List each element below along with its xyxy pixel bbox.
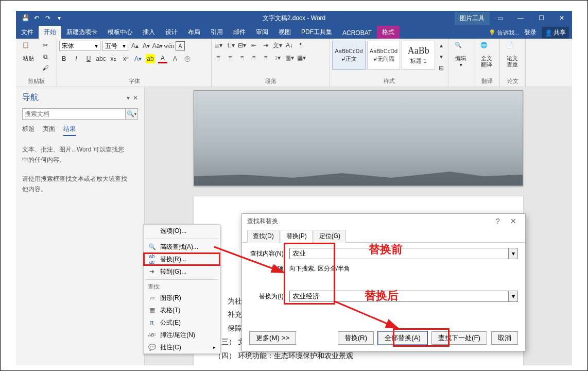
- nav-tab-headings[interactable]: 标题: [22, 125, 34, 136]
- menu-find-equations[interactable]: π公式(E): [144, 316, 220, 329]
- dialog-tab-replace[interactable]: 替换(P): [281, 230, 313, 243]
- tab-file[interactable]: 文件: [16, 26, 39, 39]
- bullets-icon[interactable]: ≣▾: [214, 41, 223, 50]
- highlight-icon[interactable]: ab: [146, 54, 155, 63]
- qat-dropdown-icon[interactable]: ▾: [55, 14, 63, 22]
- nav-tab-pages[interactable]: 页面: [43, 125, 55, 136]
- change-case-icon[interactable]: Aa▾: [153, 41, 162, 50]
- font-size-combo[interactable]: 五号▾: [102, 41, 128, 51]
- numbering-icon[interactable]: ⒈▾: [226, 41, 235, 50]
- close-icon[interactable]: ✕: [551, 11, 572, 25]
- maximize-icon[interactable]: ☐: [531, 11, 551, 25]
- redo-icon[interactable]: ↷: [44, 14, 52, 22]
- font-color-icon[interactable]: A: [158, 54, 167, 63]
- save-icon[interactable]: 💾: [21, 14, 29, 22]
- replace-all-button[interactable]: 全部替换(A): [378, 331, 427, 345]
- style-nospacing[interactable]: AaBbCcDd↲无间隔: [367, 41, 401, 70]
- tab-template[interactable]: 模板中心: [102, 26, 137, 39]
- align-justify-icon[interactable]: ≡: [249, 53, 258, 62]
- underline-button[interactable]: U: [84, 54, 93, 63]
- document-image[interactable]: [194, 90, 523, 186]
- share-button[interactable]: 👤共享: [542, 27, 569, 39]
- tab-home[interactable]: 开始: [39, 26, 61, 39]
- menu-options[interactable]: 选项(O)...: [144, 225, 220, 237]
- dialog-tab-find[interactable]: 查找(D): [247, 230, 280, 243]
- bold-button[interactable]: B: [59, 54, 68, 63]
- undo-icon[interactable]: ↶: [32, 14, 41, 22]
- find-input[interactable]: [289, 248, 509, 259]
- shrink-font-icon[interactable]: A▾: [142, 41, 151, 50]
- align-right-icon[interactable]: ≡: [237, 53, 247, 62]
- menu-advanced-find[interactable]: 🔍高级查找(A)...: [144, 241, 220, 253]
- menu-find-comments[interactable]: 💬批注(C)▸: [144, 341, 220, 353]
- login-button[interactable]: 登录: [521, 27, 540, 38]
- font-name-combo[interactable]: 宋体▾: [59, 41, 100, 51]
- style-heading1[interactable]: AaBb标题 1: [402, 41, 435, 70]
- editing-button[interactable]: 🔍编辑▾: [451, 41, 471, 69]
- cut-icon[interactable]: ✂: [41, 41, 50, 50]
- paste-button[interactable]: 📋 粘贴: [18, 41, 39, 62]
- strikethrough-icon[interactable]: abc: [96, 54, 106, 63]
- tab-format[interactable]: 格式: [377, 26, 400, 39]
- cancel-button[interactable]: 取消: [491, 331, 518, 345]
- char-shading-icon[interactable]: A: [170, 54, 180, 63]
- tell-me-input[interactable]: 💡告诉我...: [489, 29, 519, 37]
- tab-mailings[interactable]: 邮件: [228, 26, 251, 39]
- asian-layout-icon[interactable]: 文▾: [273, 41, 282, 50]
- styles-scroll-down-icon[interactable]: ▾: [437, 52, 446, 61]
- align-distribute-icon[interactable]: ≡: [261, 53, 270, 62]
- nav-tab-results[interactable]: 结果: [63, 125, 76, 136]
- menu-find-graphics[interactable]: ▱图形(R): [144, 292, 220, 304]
- tab-review[interactable]: 审阅: [251, 26, 273, 39]
- search-split-button[interactable]: 🔍▾: [126, 108, 138, 120]
- dialog-tab-goto[interactable]: 定位(G): [314, 230, 346, 243]
- align-left-icon[interactable]: ≡: [214, 53, 223, 62]
- char-border-icon[interactable]: A: [176, 41, 185, 50]
- text-effects-icon[interactable]: A▾: [133, 54, 143, 63]
- menu-find-tables[interactable]: ▦表格(T): [144, 304, 220, 316]
- tab-references[interactable]: 引用: [205, 26, 228, 39]
- grow-font-icon[interactable]: A▴: [130, 41, 140, 50]
- translate-button[interactable]: 🌐全文 翻译: [476, 41, 497, 69]
- format-painter-icon[interactable]: 🖌: [41, 63, 50, 73]
- menu-find-footnotes[interactable]: AB¹脚注/尾注(N): [144, 329, 220, 341]
- nav-dropdown-icon[interactable]: ▾: [127, 94, 130, 102]
- menu-goto[interactable]: ➜转到(G)...: [144, 265, 220, 278]
- tab-design[interactable]: 设计: [160, 26, 183, 39]
- shading-icon[interactable]: ▥▾: [285, 53, 294, 62]
- superscript-icon[interactable]: x²: [121, 54, 130, 63]
- multilevel-icon[interactable]: ⊟▾: [237, 41, 247, 50]
- dialog-help-icon[interactable]: ?: [491, 217, 505, 225]
- increase-indent-icon[interactable]: ⇥: [261, 41, 270, 50]
- replace-button[interactable]: 替换(R): [338, 331, 374, 345]
- align-center-icon[interactable]: ≡: [226, 53, 235, 62]
- tab-acrobat[interactable]: ACROBAT: [337, 27, 377, 39]
- show-marks-icon[interactable]: ¶: [297, 41, 306, 50]
- tab-pdf[interactable]: PDF工具集: [296, 26, 337, 39]
- sort-icon[interactable]: A↓: [285, 41, 294, 50]
- dialog-close-icon[interactable]: ✕: [507, 217, 520, 225]
- search-input[interactable]: [22, 108, 126, 120]
- find-input-dropdown-icon[interactable]: ▾: [509, 248, 518, 259]
- style-normal[interactable]: AaBbCcDd↲正文: [332, 41, 366, 70]
- styles-scroll-up-icon[interactable]: ▴: [437, 41, 446, 50]
- thesis-check-button[interactable]: 📄论文 查重: [502, 41, 523, 69]
- ribbon-display-icon[interactable]: ▭: [490, 11, 510, 25]
- phonetic-guide-icon[interactable]: wén: [164, 41, 174, 50]
- replace-input-dropdown-icon[interactable]: ▾: [509, 291, 518, 302]
- copy-icon[interactable]: ⧉: [41, 52, 50, 61]
- tab-newtab[interactable]: 新建选项卡: [61, 26, 102, 39]
- menu-replace[interactable]: abac替换(R)...: [144, 253, 220, 265]
- italic-button[interactable]: I: [72, 54, 81, 63]
- tab-layout[interactable]: 布局: [183, 26, 205, 39]
- more-button[interactable]: 更多(M) >>: [249, 331, 296, 345]
- line-spacing-icon[interactable]: ↕▾: [273, 53, 282, 62]
- nav-close-icon[interactable]: ✕: [133, 94, 138, 102]
- subscript-icon[interactable]: x₂: [109, 54, 118, 63]
- tab-view[interactable]: 视图: [273, 26, 296, 39]
- find-next-button[interactable]: 查找下一处(F): [431, 331, 487, 345]
- borders-icon[interactable]: ▦▾: [297, 53, 306, 62]
- tab-insert[interactable]: 插入: [137, 26, 160, 39]
- enclose-char-icon[interactable]: ㊥: [183, 54, 192, 63]
- styles-expand-icon[interactable]: ⊟: [437, 63, 446, 73]
